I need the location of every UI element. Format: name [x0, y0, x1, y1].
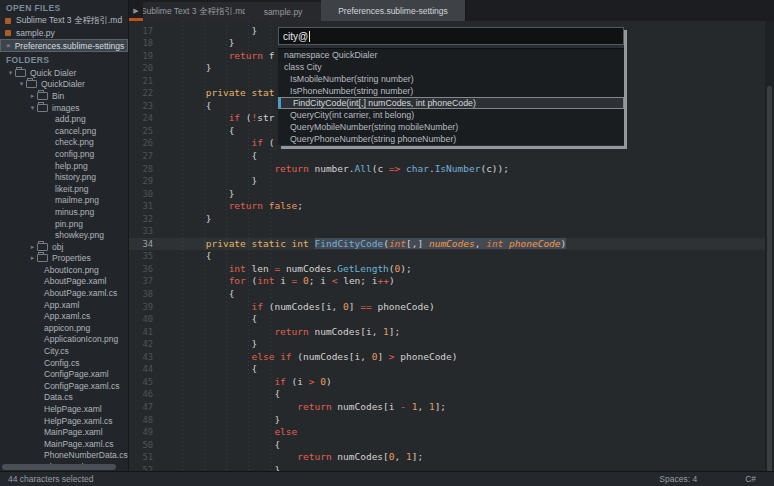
- editor-scrollbar-track[interactable]: [765, 21, 774, 472]
- code-line[interactable]: 33: [129, 225, 774, 238]
- tree-file-item[interactable]: mailme.png: [0, 195, 128, 207]
- symbol-list-item[interactable]: QueryCity(int carrier, int belong): [278, 109, 624, 121]
- line-number: 19: [129, 50, 153, 63]
- tree-file-item[interactable]: config.png: [0, 148, 128, 160]
- tree-file-item[interactable]: App.xaml.cs: [0, 310, 128, 322]
- tab-overflow-icon[interactable]: ▶: [131, 6, 141, 16]
- tree-file-item[interactable]: HelpPage.xaml: [0, 403, 128, 415]
- tree-file-item[interactable]: Config.cs: [0, 357, 128, 369]
- code-line[interactable]: 46 {: [129, 388, 774, 401]
- line-number: 50: [129, 439, 153, 452]
- tree-file-item[interactable]: appicon.png: [0, 322, 128, 334]
- open-file-item[interactable]: Sublime Text 3 全程指引.md: [0, 15, 128, 27]
- tree-folder-item[interactable]: ▸Bin: [0, 90, 128, 102]
- code-line[interactable]: 31 return false;: [129, 200, 774, 213]
- line-number: 46: [129, 388, 153, 401]
- symbol-list-item[interactable]: IsMobileNumber(string number): [278, 73, 624, 85]
- tree-file-item[interactable]: cancel.png: [0, 125, 128, 137]
- editor-scrollbar-thumb[interactable]: [767, 86, 772, 481]
- tree-file-item[interactable]: pin.png: [0, 218, 128, 230]
- folder-icon: [26, 80, 37, 88]
- tree-item-label: HelpPage.xaml.cs: [44, 416, 113, 426]
- code-line[interactable]: 47 return numCodes[i - 1, 1];: [129, 401, 774, 414]
- tab-1[interactable]: Sublime Text 3 全程指引.md: [143, 2, 246, 21]
- symbol-list-item[interactable]: QueryPhoneNumber(string phoneNumber): [278, 133, 624, 145]
- symbol-list-item[interactable]: FindCityCode(int[,] numCodes, int phoneC…: [278, 97, 624, 109]
- code-line[interactable]: 50 {: [129, 439, 774, 452]
- code-line[interactable]: 36 int len = numCodes.GetLength(0);: [129, 263, 774, 276]
- line-number: 44: [129, 363, 153, 376]
- folder-collapsed-icon[interactable]: ▸: [28, 243, 37, 251]
- code-line[interactable]: 28 return number.All(c => char.IsNumber(…: [129, 163, 774, 176]
- tab-3[interactable]: Preferences.sublime-settings: [321, 0, 466, 21]
- tree-item-label: history.png: [55, 172, 96, 182]
- tree-file-item[interactable]: AboutIcon.png: [0, 264, 128, 276]
- tree-folder-item[interactable]: ▾QuickDialer: [0, 79, 128, 91]
- code-line[interactable]: 45 if (i > 0): [129, 376, 774, 389]
- tree-folder-item[interactable]: ▸Properties: [0, 253, 128, 265]
- open-file-item[interactable]: ×Preferences.sublime-settings: [0, 39, 128, 52]
- code-line[interactable]: 27 {: [129, 150, 774, 163]
- tree-file-item[interactable]: check.png: [0, 137, 128, 149]
- tree-file-item[interactable]: ConfigPage.xaml.cs: [0, 380, 128, 392]
- tree-file-item[interactable]: HelpPage.xaml.cs: [0, 415, 128, 427]
- code-line[interactable]: 37 for (int i = 0; i < len; i++): [129, 275, 774, 288]
- folder-expanded-icon[interactable]: ▾: [28, 104, 37, 112]
- syntax-setting[interactable]: C#: [745, 474, 756, 484]
- folder-expanded-icon[interactable]: ▾: [17, 80, 26, 88]
- tree-file-item[interactable]: AboutPage.xaml: [0, 276, 128, 288]
- tree-file-item[interactable]: add.png: [0, 113, 128, 125]
- code-line[interactable]: 29 }: [129, 175, 774, 188]
- tree-file-item[interactable]: PhoneNumberData.cs: [0, 450, 128, 462]
- tree-file-item[interactable]: history.png: [0, 171, 128, 183]
- symbol-list-item[interactable]: class City: [278, 61, 624, 73]
- tree-file-item[interactable]: MainPage.xaml.cs: [0, 438, 128, 450]
- tree-folder-item[interactable]: ▸obj: [0, 241, 128, 253]
- tree-file-item[interactable]: AboutPage.xaml.cs: [0, 287, 128, 299]
- tree-file-item[interactable]: minus.png: [0, 206, 128, 218]
- tree-file-item[interactable]: City.cs: [0, 345, 128, 357]
- code-line[interactable]: 38 {: [129, 288, 774, 301]
- tree-file-item[interactable]: MainPage.xaml: [0, 426, 128, 438]
- tree-folder-item[interactable]: ▾images: [0, 102, 128, 114]
- code-line[interactable]: 32 }: [129, 213, 774, 226]
- line-number: 35: [129, 250, 153, 263]
- tree-file-item[interactable]: App.xaml: [0, 299, 128, 311]
- folder-expanded-icon[interactable]: ▾: [6, 69, 15, 77]
- folder-collapsed-icon[interactable]: ▸: [28, 92, 37, 100]
- folder-collapsed-icon[interactable]: ▸: [28, 254, 37, 262]
- code-text: return numCodes[i - 1, 1];: [153, 401, 446, 414]
- code-line[interactable]: 49 else: [129, 426, 774, 439]
- tree-folder-item[interactable]: ▾Quick Dialer: [0, 67, 128, 79]
- tab-2[interactable]: sample.py: [245, 2, 322, 21]
- tree-file-item[interactable]: showkey.png: [0, 229, 128, 241]
- code-line[interactable]: 35 {: [129, 250, 774, 263]
- code-line[interactable]: 30 }: [129, 188, 774, 201]
- tree-file-item[interactable]: ApplicationIcon.png: [0, 334, 128, 346]
- indent-setting[interactable]: Spaces: 4: [659, 474, 697, 484]
- goto-input[interactable]: city@: [278, 27, 624, 45]
- tree-file-item[interactable]: ConfigPage.xaml: [0, 368, 128, 380]
- code-line[interactable]: 43 else if (numCodes[i, 0] > phoneCode): [129, 351, 774, 364]
- symbol-label: namespace QuickDialer: [284, 50, 377, 60]
- symbol-list-item[interactable]: QueryMobileNumber(string mobileNumber): [278, 121, 624, 133]
- code-line[interactable]: 48 }: [129, 414, 774, 427]
- code-line[interactable]: 34 private static int FindCityCode(int[,…: [129, 238, 774, 251]
- code-line[interactable]: 42 }: [129, 338, 774, 351]
- line-number: 42: [129, 338, 153, 351]
- symbol-label: IsPhoneNumber(string number): [290, 86, 413, 96]
- symbol-list-item[interactable]: IsPhoneNumber(string number): [278, 85, 624, 97]
- tree-file-item[interactable]: Data.cs: [0, 392, 128, 404]
- tree-file-item[interactable]: likeit.png: [0, 183, 128, 195]
- tree-item-label: Properties: [52, 253, 91, 263]
- code-line[interactable]: 40 {: [129, 313, 774, 326]
- code-line[interactable]: 39 if (numCodes[i, 0] == phoneCode): [129, 301, 774, 314]
- tree-file-item[interactable]: help.png: [0, 160, 128, 172]
- close-icon[interactable]: ×: [6, 42, 11, 50]
- code-line[interactable]: 51 return numCodes[0, 1];: [129, 451, 774, 464]
- code-line[interactable]: 44 {: [129, 363, 774, 376]
- code-line[interactable]: 41 return numCodes[i, 1];: [129, 326, 774, 339]
- symbol-list-item[interactable]: namespace QuickDialer: [278, 49, 624, 61]
- sidebar-hscrollbar-thumb[interactable]: [2, 464, 116, 470]
- open-file-item[interactable]: sample.py: [0, 27, 128, 39]
